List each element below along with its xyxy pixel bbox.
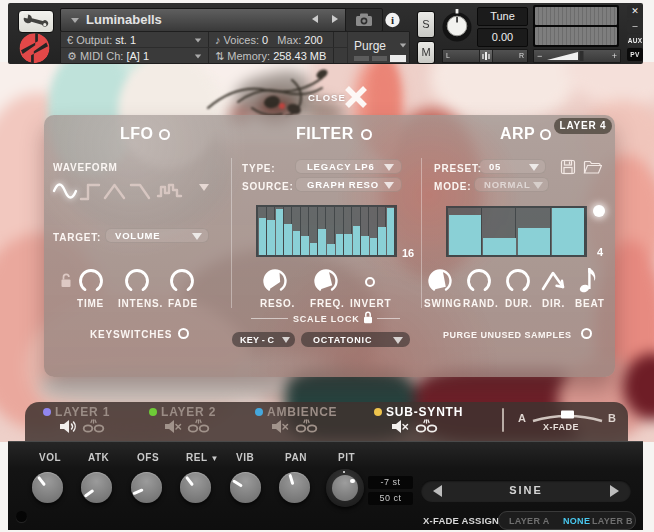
svg-text:i: i: [391, 14, 394, 26]
